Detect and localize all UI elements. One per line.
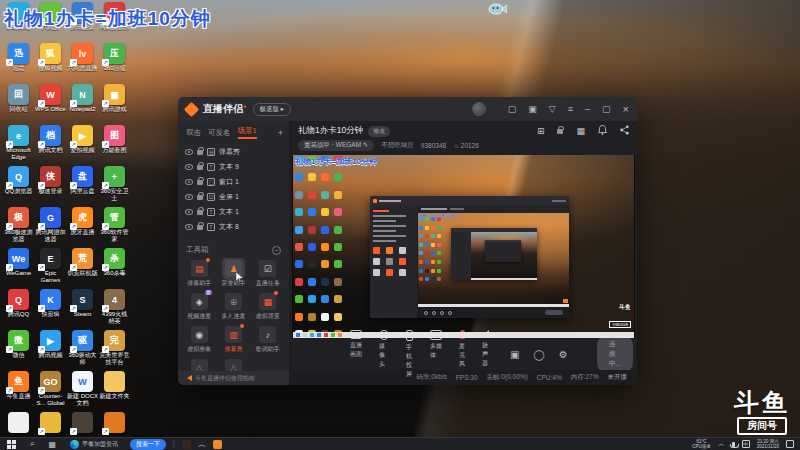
source-row[interactable]: T 文本 9 (178, 159, 289, 174)
desktop-icon[interactable]: 狐↗搜狐视频 (35, 43, 66, 84)
scene-tab[interactable]: 双击 (186, 128, 201, 138)
lock-icon[interactable] (197, 195, 203, 200)
desktop-icon[interactable]: We↗WeGame (3, 248, 34, 289)
maximize-button[interactable]: ▢ (602, 105, 611, 114)
desktop-icon[interactable]: 微↗微信 (3, 330, 34, 371)
desktop-icon[interactable]: E↗Epic Games Launcher (35, 248, 66, 289)
lock-icon[interactable] (197, 225, 203, 230)
record-icon[interactable]: ▣ (510, 349, 519, 360)
desktop-icon[interactable]: 图↗万能看图 (99, 125, 130, 166)
funnel-icon[interactable]: ▽ (549, 105, 556, 114)
desktop-icon[interactable]: ▶↗腾讯视频 (35, 330, 66, 371)
toolbox-tool[interactable]: ☑ 直播任务 (251, 260, 285, 288)
calendar-icon[interactable]: ▦ (576, 126, 585, 136)
desktop-icon[interactable]: 4↗4399火线精英 (99, 289, 130, 330)
gift-panel-icon[interactable]: ⊞ (537, 126, 545, 136)
visibility-eye-icon[interactable] (185, 209, 193, 215)
toolbox-tool[interactable]: △ (216, 359, 250, 371)
desktop-icon[interactable]: 迅↗迅雷 (3, 43, 34, 84)
add-scene-button[interactable]: + (278, 128, 283, 138)
source-row[interactable]: T 文本 1 (178, 204, 289, 219)
toolbox-tool[interactable]: ▦ 虚拟背景 (251, 293, 285, 321)
taskbar-caret-icon[interactable]: ︿ (191, 438, 213, 450)
clock[interactable]: 21:20 周六2021/11/20 (757, 439, 779, 449)
desktop-icon[interactable]: 管↗360软件管家 (99, 207, 130, 248)
visibility-eye-icon[interactable] (185, 224, 193, 230)
desktop-icon[interactable]: Q↗QQ浏览器 (3, 166, 34, 207)
toolbox-tool[interactable]: ▥ 弹幕秀 (216, 326, 250, 354)
desktop-icon[interactable]: +↗360安全卫士 (99, 166, 130, 207)
edition-badge[interactable]: 极速版 ▸ (253, 103, 292, 116)
desktop-icon[interactable]: 回回收站 (3, 84, 34, 125)
visibility-eye-icon[interactable] (185, 149, 193, 155)
desktop-icon[interactable]: 侠↗极速登录 (35, 166, 66, 207)
scene-tab[interactable]: 场景1 (238, 126, 257, 139)
notification-center-icon[interactable] (786, 440, 794, 448)
float-window-icon[interactable]: ◯ (533, 349, 544, 360)
desktop-icon[interactable]: Q↗腾讯QQ (3, 289, 34, 330)
desktop-icon[interactable]: 完↗完美世界竞技平台 (99, 330, 130, 371)
toolbox-collapse-icon[interactable]: − (272, 246, 281, 255)
desktop-icon[interactable]: K↗快剪辑 (35, 289, 66, 330)
start-button[interactable] (0, 438, 23, 450)
visibility-eye-icon[interactable] (185, 179, 193, 185)
desktop-icon[interactable]: N↗Notepad2 (67, 84, 98, 125)
menu-icon[interactable]: ≡ (568, 105, 573, 114)
search-now-button[interactable]: 搜索一下 (130, 439, 166, 450)
app-titlebar[interactable]: 直播伴侣+ 极速版 ▸ ▢ ▣ ▽ ≡ – ▢ × (178, 97, 637, 121)
lock-icon[interactable] (197, 165, 203, 170)
desktop-icon[interactable]: e↗Microsoft Edge (3, 125, 34, 166)
desktop-icon[interactable]: ▣↗腾讯游戏 (99, 84, 130, 125)
usage-guide-bar[interactable]: 斗鱼直播伴侣使用指南 (178, 371, 289, 385)
desktop-icon[interactable]: ▶↗爱拍视频 (67, 125, 98, 166)
task-view-icon[interactable]: ▦ (41, 438, 63, 450)
toolbox-tool[interactable]: ♟ 荣誉助手 (216, 260, 250, 288)
share-icon[interactable] (620, 125, 629, 137)
minimize-button[interactable]: – (585, 105, 590, 114)
category-pill[interactable]: 重装战甲 · WEGAM ✎ (298, 140, 374, 151)
desktop-icon[interactable]: 档↗腾讯文档 (35, 125, 66, 166)
source-row[interactable]: ▢ 窗口 1 (178, 174, 289, 189)
lock-icon[interactable] (197, 180, 203, 185)
desktop-icon[interactable]: GO↗Counter-S... Global Off... (35, 371, 66, 412)
toolbox-tool[interactable]: △ (182, 359, 216, 371)
toolbox-tool[interactable]: ◈ 新 视频连麦 (182, 293, 216, 321)
lock-icon[interactable] (197, 210, 203, 215)
headset-icon[interactable]: ▣ (528, 105, 537, 114)
desktop-icon[interactable]: 杀↗360杀毒 (99, 248, 130, 289)
bell-icon[interactable] (598, 125, 607, 137)
edit-title-button[interactable]: 修改 (368, 126, 390, 137)
close-button[interactable]: × (623, 104, 629, 115)
settings-gear-icon[interactable]: ⚙ (559, 349, 568, 360)
lock-icon[interactable] (557, 129, 563, 134)
tray-mic-icon[interactable] (732, 442, 735, 447)
desktop-icon[interactable]: 盘↗阿里云盘 (67, 166, 98, 207)
toolbox-tool[interactable]: ◉ 虚拟形象 (182, 326, 216, 354)
desktop-icon[interactable]: 极↗360极速浏览器 (3, 207, 34, 248)
avatar[interactable] (472, 102, 486, 116)
live-button[interactable]: 连接中... (597, 335, 634, 373)
toolbox-tool[interactable]: ♪ 歌词助手 (251, 326, 285, 354)
edge-taskbar-item[interactable]: 早餐加盟资讯 (63, 438, 125, 450)
desktop-icon[interactable]: 荒↗饥荒联机版 (67, 248, 98, 289)
source-row[interactable]: ⊡ 全屏 1 (178, 189, 289, 204)
desktop-icon[interactable]: 鱼↗斗鱼直播 (3, 371, 34, 412)
source-row[interactable]: ▤ 弹幕秀 (178, 144, 289, 159)
ime-icon[interactable]: 中 (742, 440, 750, 448)
desktop-icon[interactable]: 新建文件夹 (99, 371, 130, 412)
desktop-icon[interactable]: 驱↗360驱动大师 (67, 330, 98, 371)
visibility-eye-icon[interactable] (185, 164, 193, 170)
desktop-icon[interactable]: 虎↗虎牙直播 (67, 207, 98, 248)
desktop-icon[interactable]: S↗Steam (67, 289, 98, 330)
desktop-icon[interactable]: G↗腾讯网游加速器 (35, 207, 66, 248)
wps-taskbar-icon[interactable] (213, 440, 222, 449)
desktop-icon[interactable]: 压↗360压缩 (99, 43, 130, 84)
message-icon[interactable]: ▢ (508, 105, 517, 114)
visibility-eye-icon[interactable] (185, 194, 193, 200)
lock-icon[interactable] (197, 150, 203, 155)
desktop-icon[interactable]: lv↗六间房直播 (67, 43, 98, 84)
tray-caret-icon[interactable]: ︿ (718, 439, 725, 449)
csgo-taskbar-icon[interactable] (182, 440, 191, 449)
live-preview[interactable]: 礼物1办卡=加班10分钟 (292, 155, 635, 338)
desktop-icon[interactable]: W↗WPS Office (35, 84, 66, 125)
